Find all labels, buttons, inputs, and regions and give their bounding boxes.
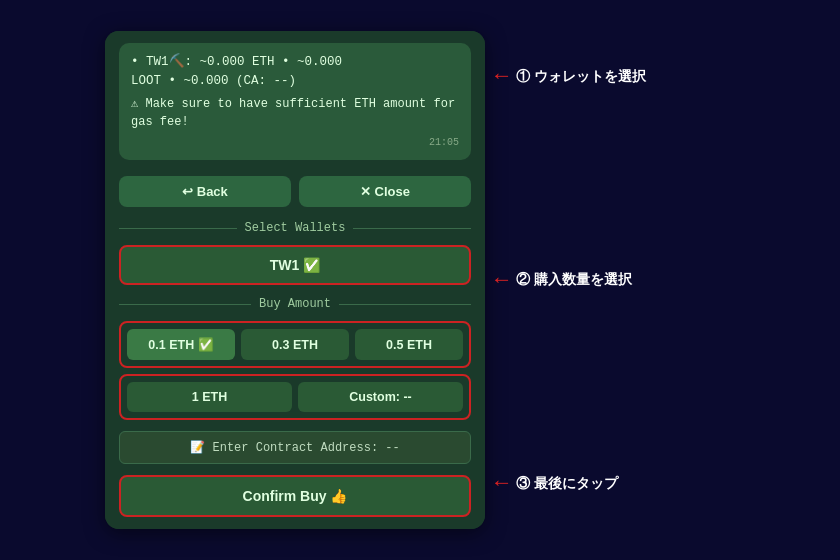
- annotation-2-text: ② 購入数量を選択: [516, 271, 632, 289]
- annotation-1-number: ①: [516, 68, 530, 84]
- phone-panel: • TW1⛏️: ~0.000 ETH • ~0.000 LOOT • ~0.0…: [105, 31, 485, 530]
- buy-amount-label: Buy Amount: [259, 297, 331, 311]
- contract-area: 📝 Enter Contract Address: --: [105, 426, 485, 469]
- confirm-buy-button[interactable]: Confirm Buy 👍: [119, 475, 471, 517]
- annotation-3: ← ③ 最後にタップ: [495, 471, 755, 496]
- confirm-area: Confirm Buy 👍: [105, 469, 485, 529]
- contract-input[interactable]: 📝 Enter Contract Address: --: [119, 431, 471, 464]
- message-area: • TW1⛏️: ~0.000 ETH • ~0.000 LOOT • ~0.0…: [105, 31, 485, 169]
- annotation-3-text: ③ 最後にタップ: [516, 475, 618, 493]
- select-wallets-label: Select Wallets: [245, 221, 346, 235]
- arrow-1-icon: ←: [495, 64, 508, 89]
- annotation-1-label: ウォレットを選択: [534, 68, 646, 84]
- annotation-2-number: ②: [516, 271, 530, 287]
- close-button[interactable]: ✕ Close: [299, 176, 471, 207]
- back-button[interactable]: ↩ Back: [119, 176, 291, 207]
- annotation-3-number: ③: [516, 475, 530, 491]
- amount-btn-0[interactable]: 0.1 ETH ✅: [127, 329, 235, 360]
- annotation-3-label: 最後にタップ: [534, 475, 618, 491]
- wallet-section: TW1 ✅: [105, 241, 485, 291]
- message-line2: LOOT • ~0.000 (CA: --): [131, 72, 459, 91]
- warning-text: ⚠️ Make sure to have sufficient ETH amou…: [131, 95, 459, 131]
- amount-grid-bottom: 1 ETH Custom: --: [119, 374, 471, 420]
- amount-btn-1[interactable]: 0.3 ETH: [241, 329, 349, 360]
- amount-btn-4[interactable]: Custom: --: [298, 382, 463, 412]
- annotation-1-text: ① ウォレットを選択: [516, 68, 646, 86]
- arrow-3-icon: ←: [495, 471, 508, 496]
- amount-btn-3[interactable]: 1 ETH: [127, 382, 292, 412]
- wallet-tw1-button[interactable]: TW1 ✅: [119, 245, 471, 285]
- arrow-2-icon: ←: [495, 268, 508, 293]
- annotation-1: ← ① ウォレットを選択: [495, 64, 755, 89]
- buy-amount-divider: Buy Amount: [105, 291, 485, 317]
- annotation-2: ← ② 購入数量を選択: [495, 268, 755, 293]
- main-container: • TW1⛏️: ~0.000 ETH • ~0.000 LOOT • ~0.0…: [0, 0, 840, 560]
- amount-grid-top: 0.1 ETH ✅ 0.3 ETH 0.5 ETH: [119, 321, 471, 368]
- message-line1: • TW1⛏️: ~0.000 ETH • ~0.000: [131, 53, 459, 72]
- annotations-panel: ← ① ウォレットを選択 ← ② 購入数量を選択 ← ③ 最後にタップ: [485, 0, 765, 560]
- message-bubble: • TW1⛏️: ~0.000 ETH • ~0.000 LOOT • ~0.0…: [119, 43, 471, 161]
- annotation-2-label: 購入数量を選択: [534, 271, 632, 287]
- message-time: 21:05: [131, 135, 459, 150]
- action-buttons: ↩ Back ✕ Close: [105, 168, 485, 215]
- select-wallets-divider: Select Wallets: [105, 215, 485, 241]
- amount-btn-2[interactable]: 0.5 ETH: [355, 329, 463, 360]
- buy-amount-section: 0.1 ETH ✅ 0.3 ETH 0.5 ETH 1 ETH Custom: …: [105, 317, 485, 426]
